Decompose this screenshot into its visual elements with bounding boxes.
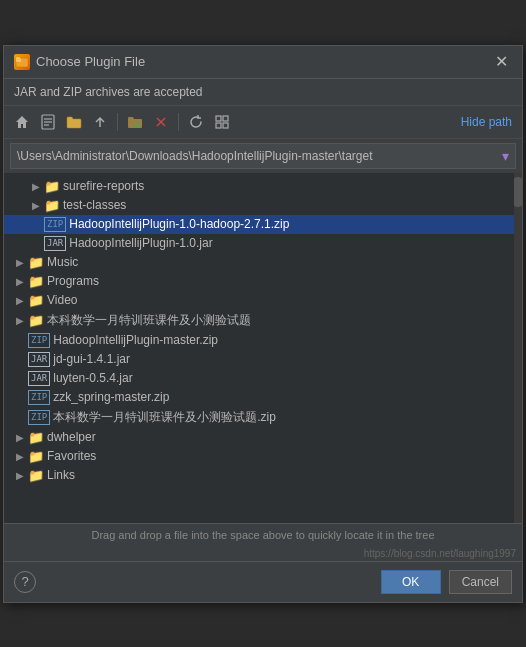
toolbar: Hide path (4, 106, 522, 139)
file-tree: ▶ 📁 surefire-reports ▶ 📁 test-classes ZI… (4, 173, 514, 523)
list-item[interactable]: ▶ 📁 dwhelper (4, 428, 514, 447)
path-text: \Users\Administrator\Downloads\HadoopInt… (17, 149, 498, 163)
zip-icon: ZIP (28, 410, 50, 425)
up-button[interactable] (88, 110, 112, 134)
folder-button[interactable] (62, 110, 86, 134)
expand-button[interactable] (210, 110, 234, 134)
button-bar: ? OK Cancel (4, 561, 522, 602)
list-item[interactable]: ZIP HadoopIntellijPlugin-master.zip (4, 331, 514, 350)
svg-rect-13 (216, 123, 221, 128)
expand-arrow-links[interactable]: ▶ (12, 470, 28, 481)
svg-rect-12 (223, 116, 228, 121)
expand-arrow-favorites[interactable]: ▶ (12, 451, 28, 462)
item-label-test: test-classes (63, 198, 126, 212)
expand-arrow-video[interactable]: ▶ (12, 295, 28, 306)
scrollbar[interactable] (514, 173, 522, 523)
jar-icon: JAR (28, 371, 50, 386)
list-item[interactable]: ▶ 📁 Video (4, 291, 514, 310)
dialog-icon (14, 54, 30, 70)
home-button[interactable] (10, 110, 34, 134)
item-label-video: Video (47, 293, 77, 307)
delete-button[interactable] (149, 110, 173, 134)
svg-rect-11 (216, 116, 221, 121)
item-label-favorites: Favorites (47, 449, 96, 463)
item-label-chinese-folder: 本科数学一月特训班课件及小测验试题 (47, 312, 251, 329)
item-label-hadoop-jar: HadoopIntellijPlugin-1.0.jar (69, 236, 212, 250)
list-item[interactable]: JAR luyten-0.5.4.jar (4, 369, 514, 388)
expand-arrow-test[interactable]: ▶ (28, 200, 44, 211)
item-label-links: Links (47, 468, 75, 482)
title-bar: Choose Plugin File ✕ (4, 46, 522, 79)
folder-icon: 📁 (28, 274, 44, 289)
zip-icon: ZIP (28, 333, 50, 348)
list-item[interactable]: ZIP 本科数学一月特训班课件及小测验试题.zip (4, 407, 514, 428)
path-bar: \Users\Administrator\Downloads\HadoopInt… (10, 143, 516, 169)
folder-icon: 📁 (28, 255, 44, 270)
dialog-subtitle: JAR and ZIP archives are accepted (4, 79, 522, 106)
status-bar: Drag and drop a file into the space abov… (4, 523, 522, 546)
list-item[interactable]: ▶ 📁 Music (4, 253, 514, 272)
folder-icon: 📁 (44, 179, 60, 194)
expand-arrow-music[interactable]: ▶ (12, 257, 28, 268)
svg-rect-2 (16, 57, 20, 59)
list-item[interactable]: JAR HadoopIntellijPlugin-1.0.jar (4, 234, 514, 253)
list-item[interactable]: ▶ 📁 Favorites (4, 447, 514, 466)
zip-icon: ZIP (28, 390, 50, 405)
item-label-chinese-zip: 本科数学一月特训班课件及小测验试题.zip (53, 409, 276, 426)
expand-arrow-dwhelper[interactable]: ▶ (12, 432, 28, 443)
list-item[interactable]: ▶ 📁 Programs (4, 272, 514, 291)
cancel-button[interactable]: Cancel (449, 570, 512, 594)
toolbar-separator-2 (178, 113, 179, 131)
choose-plugin-dialog: Choose Plugin File ✕ JAR and ZIP archive… (3, 45, 523, 603)
item-label-music: Music (47, 255, 78, 269)
item-label-master-zip: HadoopIntellijPlugin-master.zip (53, 333, 218, 347)
list-item[interactable]: ▶ 📁 Links (4, 466, 514, 485)
item-label-surefire: surefire-reports (63, 179, 144, 193)
help-button[interactable]: ? (14, 571, 36, 593)
list-item[interactable]: ▶ 📁 test-classes (4, 196, 514, 215)
ok-button[interactable]: OK (381, 570, 441, 594)
item-label-luyten: luyten-0.5.4.jar (53, 371, 132, 385)
svg-rect-14 (223, 123, 228, 128)
list-item[interactable]: ▶ 📁 本科数学一月特训班课件及小测验试题 (4, 310, 514, 331)
expand-arrow-chinese-folder[interactable]: ▶ (12, 315, 28, 326)
folder-icon: 📁 (28, 468, 44, 483)
item-label-dwhelper: dwhelper (47, 430, 96, 444)
list-item[interactable]: JAR jd-gui-1.4.1.jar (4, 350, 514, 369)
toolbar-separator-1 (117, 113, 118, 131)
hide-path-button[interactable]: Hide path (457, 113, 516, 131)
zip-icon: ZIP (44, 217, 66, 232)
file-tree-container: ▶ 📁 surefire-reports ▶ 📁 test-classes ZI… (4, 173, 522, 523)
expand-arrow-surefire[interactable]: ▶ (28, 181, 44, 192)
item-label-zzk: zzk_spring-master.zip (53, 390, 169, 404)
folder-icon: 📁 (28, 449, 44, 464)
watermark: https://blog.csdn.net/laughing1997 (4, 546, 522, 561)
folder-icon: 📁 (44, 198, 60, 213)
close-button[interactable]: ✕ (491, 52, 512, 72)
item-label-jd-gui: jd-gui-1.4.1.jar (53, 352, 130, 366)
item-label-hadoop-zip: HadoopIntellijPlugin-1.0-hadoop-2.7.1.zi… (69, 217, 289, 231)
folder-icon: 📁 (28, 293, 44, 308)
title-bar-left: Choose Plugin File (14, 54, 145, 70)
new-folder-button[interactable] (123, 110, 147, 134)
files-button[interactable] (36, 110, 60, 134)
jar-icon: JAR (44, 236, 66, 251)
refresh-button[interactable] (184, 110, 208, 134)
item-label-programs: Programs (47, 274, 99, 288)
list-item[interactable]: ZIP zzk_spring-master.zip (4, 388, 514, 407)
jar-icon: JAR (28, 352, 50, 367)
dialog-title: Choose Plugin File (36, 54, 145, 69)
folder-icon: 📁 (28, 313, 44, 328)
list-item[interactable]: ZIP HadoopIntellijPlugin-1.0-hadoop-2.7.… (4, 215, 514, 234)
expand-arrow-programs[interactable]: ▶ (12, 276, 28, 287)
path-dropdown-arrow[interactable]: ▾ (502, 148, 509, 164)
list-item[interactable]: ▶ 📁 surefire-reports (4, 177, 514, 196)
folder-icon: 📁 (28, 430, 44, 445)
